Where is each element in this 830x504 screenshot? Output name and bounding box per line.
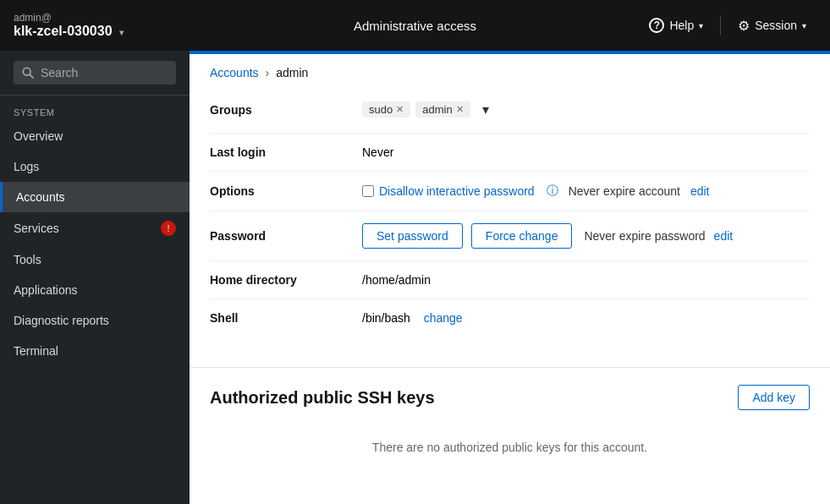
system-section-label: System [0,96,190,121]
sidebar-item-label: Applications [14,283,78,297]
force-change-button[interactable]: Force change [471,223,573,249]
admin-label: admin@ [14,12,639,24]
home-directory-label: Home directory [210,261,362,299]
session-button[interactable]: ⚙ Session ▾ [728,13,816,39]
options-value: Disallow interactive password ⓘ Never ex… [362,172,810,211]
search-icon [22,67,34,79]
options-row: Options Disallow interactive password ⓘ … [210,172,810,211]
shell-label: Shell [210,299,362,337]
brand-dropdown-icon[interactable]: ▾ [119,28,124,37]
shell-path: /bin/bash [362,311,410,325]
breadcrumb-parent[interactable]: Accounts [210,66,259,79]
breadcrumb: Accounts › admin [190,54,830,86]
tag-admin-remove[interactable]: ✕ [456,104,464,115]
sidebar-item-label: Terminal [14,344,58,358]
sidebar-item-label: Tools [14,253,41,266]
sidebar-search-inner [14,61,176,85]
sidebar-item-tools[interactable]: Tools [0,244,190,275]
shell-change-link[interactable]: change [424,311,463,325]
options-controls: Disallow interactive password ⓘ Never ex… [362,184,810,199]
groups-value: sudo ✕ admin ✕ ▾ [362,86,810,134]
groups-row: Groups sudo ✕ admin ✕ [210,86,810,134]
sidebar: System Overview Logs Accounts Services !… [0,51,190,504]
breadcrumb-current: admin [276,66,308,79]
topbar-center-label: Administrative access [354,19,476,33]
sidebar-item-overview[interactable]: Overview [0,121,190,151]
sidebar-item-label: Accounts [16,190,65,204]
session-dropdown-icon: ▾ [802,21,806,30]
sidebar-search-container [0,51,190,96]
help-button[interactable]: ? Help ▾ [639,13,713,38]
password-row: Password Set password Force change Never… [210,211,810,261]
sidebar-item-services[interactable]: Services ! [0,212,190,244]
shell-value: /bin/bash change [362,299,810,337]
help-dropdown-icon: ▾ [699,21,703,30]
disallow-password-checkbox-label[interactable]: Disallow interactive password [362,184,535,198]
svg-line-1 [30,74,33,78]
groups-label: Groups [210,86,362,134]
topbar-divider [720,15,721,36]
tag-sudo: sudo ✕ [362,101,410,118]
home-directory-value: /home/admin [362,261,810,299]
ssh-keys-header: Authorized public SSH keys Add key [210,385,810,410]
add-key-button[interactable]: Add key [738,385,810,410]
gear-icon: ⚙ [738,18,750,34]
groups-dropdown-button[interactable]: ▾ [475,98,496,121]
ssh-keys-title: Authorized public SSH keys [210,388,435,408]
sidebar-item-diagnostic-reports[interactable]: Diagnostic reports [0,305,190,336]
sidebar-item-logs[interactable]: Logs [0,151,190,182]
sidebar-item-label: Services [14,222,59,235]
brand: admin@ klk-zcel-030030 ▾ [14,12,639,39]
sidebar-item-accounts[interactable]: Accounts [0,182,190,212]
tag-sudo-remove[interactable]: ✕ [396,104,404,115]
services-badge: ! [161,221,176,236]
layout: System Overview Logs Accounts Services !… [0,51,830,504]
last-login-value: Never [362,134,810,172]
never-expire-account-label: Never expire account [569,184,680,198]
tag-admin: admin ✕ [415,101,470,118]
password-controls: Set password Force change Never expire p… [362,223,810,249]
sidebar-item-applications[interactable]: Applications [0,275,190,305]
search-input[interactable] [41,66,168,79]
password-edit-link[interactable]: edit [714,229,734,243]
disallow-password-label: Disallow interactive password [379,184,535,198]
groups-tag-row: sudo ✕ admin ✕ ▾ [362,98,810,121]
options-edit-link[interactable]: edit [690,184,710,198]
set-password-button[interactable]: Set password [362,223,463,249]
sidebar-item-label: Diagnostic reports [14,314,109,327]
help-circle-icon: ? [649,18,664,33]
last-login-label: Last login [210,134,362,172]
ssh-keys-empty-message: There are no authorized public keys for … [210,420,810,474]
form-content: Groups sudo ✕ admin ✕ [190,86,830,357]
options-label: Options [210,172,362,211]
ssh-keys-section: Authorized public SSH keys Add key There… [190,367,830,491]
password-value: Set password Force change Never expire p… [362,211,810,261]
topbar: admin@ klk-zcel-030030 ▾ Administrative … [0,0,830,51]
hostname: klk-zcel-030030 ▾ [14,24,639,39]
password-label: Password [210,211,362,261]
home-directory-row: Home directory /home/admin [210,261,810,299]
last-login-row: Last login Never [210,134,810,172]
never-expire-password-label: Never expire password [584,229,705,243]
main-content: Accounts › admin Groups sudo ✕ [190,51,830,504]
sidebar-item-label: Overview [14,129,63,143]
info-icon[interactable]: ⓘ [547,184,558,199]
disallow-password-checkbox[interactable] [362,185,374,197]
sidebar-item-terminal[interactable]: Terminal [0,336,190,366]
breadcrumb-separator: › [266,66,270,79]
user-form-table: Groups sudo ✕ admin ✕ [210,86,810,337]
shell-row: Shell /bin/bash change [210,299,810,337]
topbar-right: ? Help ▾ ⚙ Session ▾ [639,13,816,39]
sidebar-item-label: Logs [14,160,39,173]
